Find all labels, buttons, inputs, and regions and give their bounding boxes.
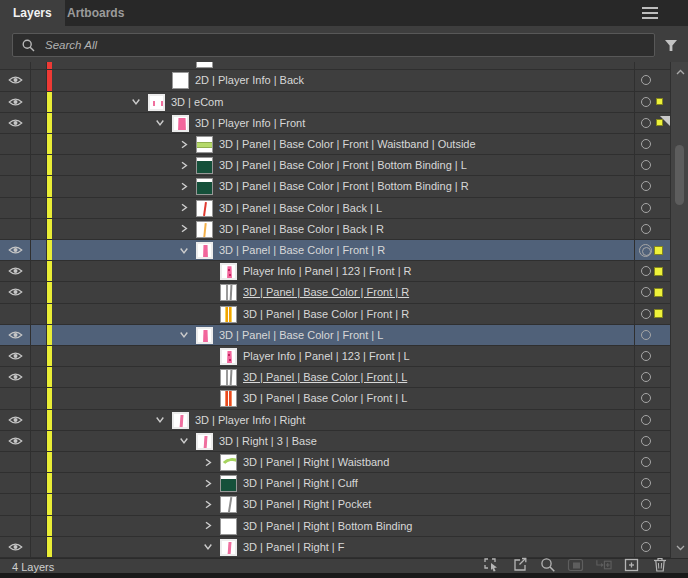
layer-row[interactable]: 3D | Panel | Base Color | Front | L xyxy=(0,388,670,409)
target-circle[interactable] xyxy=(641,139,651,149)
visibility-eye-icon[interactable] xyxy=(0,282,30,302)
expand-chevron-down-icon[interactable] xyxy=(153,410,166,430)
expand-chevron-right-icon[interactable] xyxy=(201,473,214,493)
pant-wide-thumbnail[interactable] xyxy=(172,115,189,132)
layer-name[interactable]: 3D | eCom xyxy=(171,92,223,112)
visibility-eye-icon[interactable] xyxy=(0,537,30,557)
layer-row[interactable]: 2D | Player Info | Back xyxy=(0,70,670,91)
visibility-eye-icon[interactable] xyxy=(0,410,30,430)
target-circle[interactable] xyxy=(641,75,651,85)
layer-name[interactable]: 3D | Panel | Base Color | Front | L xyxy=(243,388,407,408)
layer-name[interactable]: 3D | Panel | Right | Bottom Binding xyxy=(243,516,412,536)
waistband-curve-thumbnail[interactable] xyxy=(220,454,237,471)
layer-row[interactable]: 3D | Panel | Right | F xyxy=(0,537,670,558)
target-circle[interactable] xyxy=(641,542,651,552)
layer-name[interactable]: 3D | Panel | Base Color | Front | R xyxy=(243,304,409,324)
visibility-eye-icon[interactable] xyxy=(0,240,30,260)
layer-name[interactable]: 3D | Panel | Base Color | Front | L xyxy=(219,325,383,345)
layer-name[interactable]: 3D | Right | 3 | Base xyxy=(219,431,317,451)
darkgreen-thumbnail[interactable] xyxy=(220,475,237,492)
target-circle[interactable] xyxy=(641,330,651,340)
layer-row[interactable]: 3D | Panel | Right | Bottom Binding xyxy=(0,516,670,537)
layer-name[interactable]: 3D | Panel | Base Color | Back | R xyxy=(219,219,384,239)
layer-row[interactable]: 3D | Panel | Base Color | Front | Bottom… xyxy=(0,155,670,176)
create-new-layer-icon[interactable] xyxy=(623,556,640,573)
layer-row[interactable]: 3D | Panel | Base Color | Front | L xyxy=(0,367,670,388)
visibility-cell[interactable] xyxy=(0,388,30,408)
blank-thumbnail[interactable] xyxy=(220,518,237,535)
pant-spots-thumbnail[interactable] xyxy=(220,348,237,365)
target-circle[interactable] xyxy=(641,287,651,297)
expand-chevron-right-icon[interactable] xyxy=(201,494,214,514)
locate-object-icon[interactable] xyxy=(539,556,556,573)
expand-chevron-down-icon[interactable] xyxy=(129,92,142,112)
visibility-cell[interactable] xyxy=(0,134,30,154)
target-circle[interactable] xyxy=(641,393,651,403)
visibility-cell[interactable] xyxy=(0,155,30,175)
scrollbar-thumb[interactable] xyxy=(675,145,684,205)
target-circle[interactable] xyxy=(641,160,651,170)
expand-chevron-right-icon[interactable] xyxy=(177,134,190,154)
visibility-eye-icon[interactable] xyxy=(0,325,30,345)
pant-spots-thumbnail[interactable] xyxy=(220,263,237,280)
target-circle[interactable] xyxy=(639,244,652,257)
target-circle[interactable] xyxy=(641,415,651,425)
expand-chevron-right-icon[interactable] xyxy=(201,516,214,536)
layer-row[interactable] xyxy=(0,62,670,70)
layer-name[interactable]: 3D | Panel | Right | Pocket xyxy=(243,494,371,514)
layer-name[interactable]: 3D | Panel | Base Color | Back | L xyxy=(219,198,382,218)
layer-row[interactable]: 3D | Right | 3 | Base xyxy=(0,431,670,452)
layer-name[interactable]: 2D | Player Info | Back xyxy=(195,70,304,90)
layer-row[interactable]: 3D | Panel | Base Color | Front | R xyxy=(0,304,670,325)
export-arrow-icon[interactable] xyxy=(511,556,528,573)
layer-name[interactable]: 3D | Panel | Base Color | Front | Waistb… xyxy=(219,134,476,154)
layer-name[interactable]: Player Info | Panel | 123 | Front | R xyxy=(243,261,412,281)
pant-thin-thumbnail[interactable] xyxy=(172,412,189,429)
band-orange-thumbnail[interactable] xyxy=(220,390,237,407)
visibility-cell[interactable] xyxy=(0,516,30,536)
layer-row[interactable]: 3D | Player Info | Front xyxy=(0,113,670,134)
search-input[interactable] xyxy=(43,38,603,52)
line-yellow-thumbnail[interactable] xyxy=(196,221,213,238)
scroll-down-icon[interactable] xyxy=(671,540,688,556)
pant-leg-thumbnail[interactable] xyxy=(196,327,213,344)
delete-selection-icon[interactable] xyxy=(651,556,668,573)
target-circle[interactable] xyxy=(641,521,651,531)
visibility-cell[interactable] xyxy=(0,494,30,514)
layer-row[interactable]: 3D | eCom xyxy=(0,92,670,113)
visibility-eye-icon[interactable] xyxy=(0,92,30,112)
layer-name[interactable]: 3D | Panel | Base Color | Front | Bottom… xyxy=(219,176,469,196)
layer-row[interactable]: Player Info | Panel | 123 | Front | L xyxy=(0,346,670,367)
layer-row[interactable]: 3D | Panel | Base Color | Back | R xyxy=(0,219,670,240)
target-circle[interactable] xyxy=(641,436,651,446)
tab-artboards[interactable]: Artboards xyxy=(54,0,137,26)
visibility-cell[interactable] xyxy=(0,219,30,239)
lines-gray-thumbnail[interactable] xyxy=(220,369,237,386)
collect-for-export-icon[interactable] xyxy=(483,556,500,573)
scroll-up-icon[interactable] xyxy=(671,64,688,80)
layer-row[interactable]: 3D | Panel | Right | Waistband xyxy=(0,452,670,473)
layer-name[interactable]: 3D | Panel | Base Color | Front | R xyxy=(219,240,385,260)
waistband-thumbnail[interactable] xyxy=(196,136,213,153)
layer-row[interactable]: 3D | Panel | Base Color | Front | L xyxy=(0,325,670,346)
expand-chevron-down-icon[interactable] xyxy=(201,537,214,557)
layer-row[interactable]: 3D | Panel | Base Color | Front | Waistb… xyxy=(0,134,670,155)
target-circle[interactable] xyxy=(641,224,651,234)
target-circle[interactable] xyxy=(641,309,651,319)
target-circle[interactable] xyxy=(641,372,651,382)
pant-leg-thumbnail[interactable] xyxy=(196,242,213,259)
line-gray-diag-thumbnail[interactable] xyxy=(220,496,237,513)
layer-row[interactable]: 3D | Player Info | Right xyxy=(0,410,670,431)
expand-chevron-right-icon[interactable] xyxy=(177,155,190,175)
layer-name[interactable]: 3D | Panel | Base Color | Front | R xyxy=(243,282,409,302)
filter-icon[interactable] xyxy=(660,36,682,54)
pant-thin-thumbnail[interactable] xyxy=(220,539,237,556)
target-circle[interactable] xyxy=(641,203,651,213)
lines-gray-thumbnail[interactable] xyxy=(220,284,237,301)
blank-thumbnail[interactable] xyxy=(196,62,213,68)
target-circle[interactable] xyxy=(641,499,651,509)
layer-row[interactable]: 3D | Panel | Right | Pocket xyxy=(0,494,670,515)
layer-name[interactable]: 3D | Panel | Right | F xyxy=(243,537,345,557)
visibility-cell[interactable] xyxy=(0,473,30,493)
layer-name[interactable]: 3D | Panel | Base Color | Front | Bottom… xyxy=(219,155,467,175)
